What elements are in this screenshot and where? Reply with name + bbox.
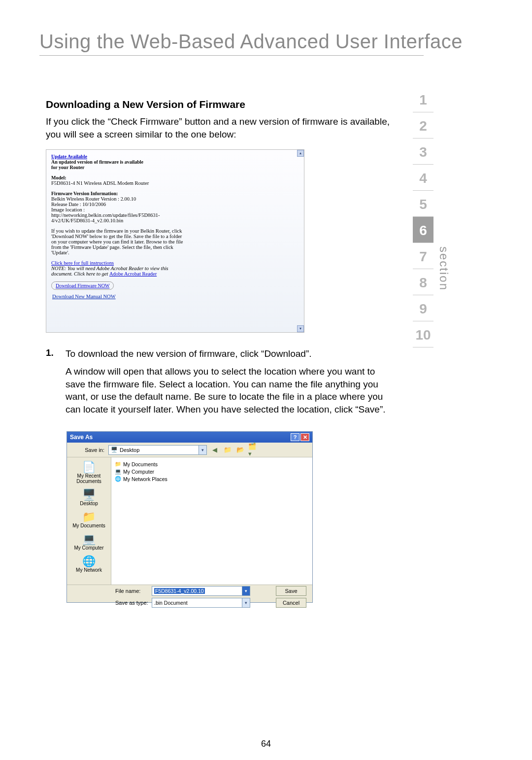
download-manual-link[interactable]: Download New Manual NOW — [52, 294, 116, 299]
chevron-down-icon[interactable]: ▾ — [242, 598, 250, 607]
ver-line4: http://networking.belkin.com/update/file… — [51, 212, 160, 223]
save-as-title: Save As — [70, 434, 93, 441]
savetype-label: Save as type: — [115, 600, 150, 606]
intro-paragraph: If you click the “Check Firmware” button… — [46, 115, 391, 140]
update-sub1: An updated version of firmware is availa… — [51, 159, 143, 165]
savein-label: Save in: — [70, 447, 104, 453]
chevron-down-icon[interactable]: ▾ — [199, 446, 206, 454]
step-1-continuation: A window will open that allows you to se… — [66, 365, 386, 416]
sub-heading: Downloading a New Version of Firmware — [46, 99, 391, 110]
step-1-text: To download the new version of firmware,… — [66, 347, 312, 360]
nav-5[interactable]: 5 — [413, 191, 433, 217]
firmware-screenshot: ▴ Update Available An updated version of… — [46, 149, 304, 333]
chevron-down-icon[interactable]: ▾ — [242, 587, 250, 595]
nav-1[interactable]: 1 — [413, 86, 433, 112]
new-folder-icon[interactable]: 📂 — [235, 445, 245, 455]
nav-6[interactable]: 6 — [413, 217, 433, 243]
filename-input[interactable]: F5D8631-4_v2.00.10▾ — [152, 586, 250, 596]
section-label: section — [437, 246, 451, 291]
savein-combo[interactable]: 🖥️ Desktop ▾ — [108, 445, 207, 455]
place-mydocs[interactable]: 📁My Documents — [70, 510, 108, 531]
download-firmware-button[interactable]: Download Firmware NOW — [51, 281, 114, 290]
help-icon[interactable]: ? — [291, 433, 299, 441]
nav-2[interactable]: 2 — [413, 112, 433, 138]
title-rule — [39, 55, 424, 56]
place-mycomputer[interactable]: 💻My Computer — [70, 532, 108, 553]
save-as-toolbar: Save in: 🖥️ Desktop ▾ ◀ 📁 📂 🗂️▾ — [67, 443, 312, 457]
up-folder-icon[interactable]: 📁 — [223, 445, 233, 455]
page-title: Using the Web-Based Advanced User Interf… — [39, 31, 463, 53]
nav-9[interactable]: 9 — [413, 295, 433, 321]
nav-10[interactable]: 10 — [413, 321, 433, 347]
save-button[interactable]: Save — [276, 586, 306, 596]
places-bar: 📄My Recent Documents 🖥️Desktop 📁My Docum… — [67, 457, 111, 585]
instr-block: If you wish to update the firmware in yo… — [51, 228, 184, 255]
list-item[interactable]: 🌐My Network Places — [114, 475, 309, 483]
filename-label: File name: — [115, 588, 150, 594]
main-content: Downloading a New Version of Firmware If… — [46, 99, 391, 415]
nav-7[interactable]: 7 — [413, 243, 433, 269]
step-1-number: 1. — [46, 347, 66, 360]
section-nav: 1 2 3 4 5 6 7 8 9 10 — [413, 86, 433, 347]
model-value: F5D8631-4 N1 Wireless ADSL Modem Router — [51, 180, 149, 186]
ver-line2: Release Date : 10/10/2006 — [51, 202, 106, 207]
scroll-down-icon[interactable]: ▾ — [297, 325, 304, 332]
nav-4[interactable]: 4 — [413, 165, 433, 191]
back-icon[interactable]: ◀ — [210, 445, 220, 455]
save-as-titlebar: Save As ? ✕ — [67, 432, 312, 443]
save-as-bottom: File name: F5D8631-4_v2.00.10▾ Save Save… — [67, 585, 312, 606]
scroll-up-icon[interactable]: ▴ — [297, 150, 304, 157]
computer-icon: 💻 — [114, 468, 121, 475]
nav-8[interactable]: 8 — [413, 269, 433, 295]
cancel-button[interactable]: Cancel — [276, 598, 306, 608]
place-recent[interactable]: 📄My Recent Documents — [70, 460, 108, 487]
place-mynetwork[interactable]: 🌐My Network — [70, 554, 108, 576]
page-number: 64 — [261, 739, 271, 749]
update-available-link[interactable]: Update Available — [51, 154, 87, 159]
close-icon[interactable]: ✕ — [300, 433, 309, 441]
place-desktop[interactable]: 🖥️Desktop — [70, 488, 108, 509]
note-acrobat-2: Click here to get — [74, 271, 109, 276]
file-listing[interactable]: 📁My Documents 💻My Computer 🌐My Network P… — [111, 457, 312, 585]
network-icon: 🌐 — [114, 476, 121, 482]
adobe-reader-link[interactable]: Adobe Acrobat Reader — [109, 271, 157, 276]
save-as-dialog: Save As ? ✕ Save in: 🖥️ Desktop ▾ ◀ 📁 📂 … — [66, 431, 313, 603]
ver-label: Firmware Version Information: — [51, 191, 118, 196]
full-instructions-link[interactable]: Click here for full instructions — [51, 260, 114, 266]
savetype-combo[interactable]: .bin Document▾ — [152, 598, 250, 608]
folder-icon: 📁 — [114, 461, 121, 467]
ver-line3: Image location : — [51, 207, 85, 212]
update-sub2: for your Router — [51, 165, 84, 170]
desktop-icon: 🖥️ — [111, 447, 118, 453]
list-item[interactable]: 💻My Computer — [114, 468, 309, 475]
savein-value: Desktop — [120, 447, 139, 453]
ver-line1: Belkin Wireless Router Version : 2.00.10 — [51, 196, 136, 202]
nav-3[interactable]: 3 — [413, 138, 433, 165]
list-item[interactable]: 📁My Documents — [114, 460, 309, 468]
model-label: Model: — [51, 175, 66, 180]
views-icon[interactable]: 🗂️▾ — [248, 445, 258, 455]
